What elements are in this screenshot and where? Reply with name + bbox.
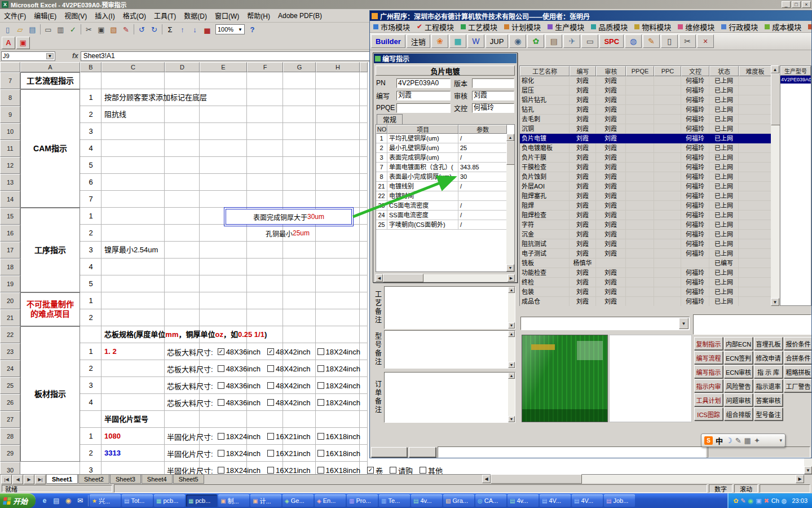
process-row[interactable]: 终检刘霞刘霞何福玲已上网 — [520, 278, 771, 287]
app-menu-item[interactable]: ✔工程模块 — [413, 21, 457, 33]
app-menu-item[interactable]: 生产模块 — [544, 21, 588, 33]
process-column-header[interactable]: 工艺名称 — [520, 66, 570, 76]
grid-cell[interactable] — [102, 174, 165, 191]
taskbar-button[interactable]: ▦pcb... — [154, 494, 185, 507]
action-button[interactable]: 答案审核 — [754, 393, 783, 406]
checkbox-item[interactable]: 18X24inch — [218, 466, 261, 475]
name-box[interactable]: J9 ▼ — [1, 51, 55, 61]
column-header[interactable]: H — [316, 62, 360, 72]
status-button-1[interactable] — [371, 447, 407, 457]
note-textarea[interactable]: ▲▼ — [384, 372, 515, 423]
grid-cell[interactable] — [165, 309, 200, 326]
cell-text-rich[interactable]: 芯板规格(厚度单位mm，铜厚单位oz，如0.25 1/1) — [102, 326, 267, 343]
checkbox-icon[interactable] — [317, 433, 324, 440]
sort-ascending-icon[interactable]: ↑ — [176, 24, 188, 35]
scroll-down-icon[interactable]: ▼ — [804, 466, 812, 474]
editor-horizontal-scrollbar[interactable]: ◀ ▶ — [376, 274, 515, 282]
action-button[interactable]: 修改申请 — [754, 351, 783, 364]
checkbox-icon[interactable] — [420, 467, 426, 474]
process-row[interactable]: 沉金刘霞刘霞何福玲已上网 — [520, 230, 771, 239]
tab-general[interactable]: 常规 — [377, 114, 403, 124]
column-header[interactable]: E — [200, 62, 247, 72]
grid-cell[interactable] — [102, 140, 165, 157]
merged-section-cell[interactable]: 工艺流程指示 — [20, 72, 80, 89]
checkbox-icon[interactable] — [218, 399, 224, 406]
grid-cell[interactable] — [247, 309, 283, 326]
scroll-thumb[interactable] — [771, 73, 780, 125]
param-table-scrollbar[interactable]: ▲▼ — [506, 134, 514, 271]
process-row[interactable]: 负片蚀刻刘霞刘霞何福玲已上网 — [520, 172, 771, 182]
row-header[interactable]: 29 — [0, 445, 20, 462]
grid-cell[interactable] — [316, 191, 360, 208]
grid-cell[interactable] — [360, 259, 368, 275]
param-row[interactable]: 23CS面电流密度/ — [376, 201, 514, 211]
grid-cell[interactable] — [20, 462, 80, 474]
row-header[interactable]: 8 — [0, 89, 20, 106]
auditor-input[interactable]: 刘霞 — [472, 91, 514, 100]
scroll-left-icon[interactable]: ◀ — [482, 475, 491, 483]
scroll-right-icon[interactable]: ▶ — [508, 274, 515, 282]
grid-cell[interactable] — [360, 292, 368, 309]
tab-nav-icon[interactable]: |◀ — [1, 475, 12, 484]
grid-cell[interactable] — [360, 106, 368, 123]
checkbox-item[interactable]: 18X24inch — [317, 348, 360, 356]
cell-text[interactable]: 5 — [80, 275, 102, 292]
grid-cell[interactable] — [316, 292, 360, 309]
param-row[interactable]: 8表面最小完成铜厚(μm)30 — [376, 172, 514, 182]
grid-cell[interactable] — [200, 242, 247, 259]
cut-icon[interactable]: ✂ — [83, 24, 95, 35]
checkbox-icon[interactable] — [267, 450, 274, 457]
grid-cell[interactable] — [283, 157, 316, 174]
print-preview-icon[interactable]: ▥ — [55, 24, 67, 35]
grid-cell[interactable] — [200, 157, 247, 174]
app-menu-item[interactable]: 行政模块 — [718, 21, 761, 33]
grid-cell[interactable] — [200, 275, 247, 292]
grid-cell[interactable] — [102, 292, 165, 309]
open-icon[interactable]: ▱ — [14, 24, 26, 35]
grid-cell[interactable] — [165, 140, 200, 157]
excel-menu-item[interactable]: 窗口(W) — [211, 10, 243, 21]
checkbox-item[interactable]: 16X18inch — [317, 432, 360, 441]
cell-text[interactable]: 3 — [80, 377, 102, 394]
editor-titlebar[interactable]: 编写指示 — [374, 54, 517, 63]
app-menu-item[interactable]: 维修模块 — [674, 21, 718, 33]
grid-cell[interactable] — [316, 89, 360, 106]
row-header[interactable]: 30 — [0, 462, 20, 474]
tool-word-icon[interactable]: W — [467, 34, 484, 48]
cell-text[interactable]: 1 — [80, 343, 102, 360]
cell-text[interactable]: 2 — [80, 106, 102, 123]
note-scrollbar[interactable]: ▲▼ — [508, 287, 515, 329]
checkbox-item[interactable]: 48X36inch — [218, 398, 261, 407]
grid-cell[interactable] — [316, 140, 360, 157]
checkbox-item[interactable]: 48X42inch — [267, 382, 310, 390]
grid-cell[interactable] — [316, 411, 360, 428]
checkbox-icon[interactable] — [267, 382, 274, 389]
grid-cell[interactable] — [165, 191, 200, 208]
tool-close-icon[interactable]: × — [697, 34, 714, 48]
checkbox-item[interactable]: 16X18inch — [317, 449, 360, 458]
grid-cell[interactable] — [200, 72, 247, 89]
ql-mail-icon[interactable]: ✉ — [75, 496, 85, 506]
app-menu-item[interactable]: 计划模块 — [501, 21, 544, 33]
merged-section-cell[interactable]: 板材指示 — [20, 326, 80, 462]
checkbox-item[interactable]: 16X18inch — [317, 466, 360, 475]
checkbox-icon[interactable] — [218, 433, 224, 440]
excel-menu-item[interactable]: Adobe PDF(B) — [274, 10, 326, 21]
checkbox-icon[interactable] — [317, 399, 324, 406]
grid-cell[interactable] — [102, 157, 165, 174]
row-header[interactable]: 19 — [0, 275, 20, 292]
grid-cell[interactable] — [200, 106, 247, 123]
checkbox-item[interactable]: ✓48X42inch — [267, 348, 310, 356]
scroll-up-icon[interactable]: ▲ — [771, 65, 779, 73]
jup-button[interactable]: JUP — [486, 34, 509, 48]
row-header[interactable]: 16 — [0, 225, 20, 242]
taskbar-button[interactable]: ◈En... — [315, 494, 346, 507]
process-row[interactable]: 钻孔刘霞刘霞何福玲已上网 — [520, 105, 771, 115]
excel-titlebar[interactable]: X Microsoft Excel - 4V2PE039A0-预审指示 _ □ … — [0, 0, 812, 9]
checkbox-item[interactable]: 48X42inch — [267, 398, 310, 407]
note-textarea[interactable]: ▲▼ — [384, 286, 515, 329]
tool-eye-icon[interactable]: ◉ — [509, 34, 526, 48]
grid-cell[interactable] — [200, 411, 247, 428]
action-button[interactable]: ICS图踪 — [694, 408, 723, 421]
cell-text[interactable]: 2 — [80, 360, 102, 377]
